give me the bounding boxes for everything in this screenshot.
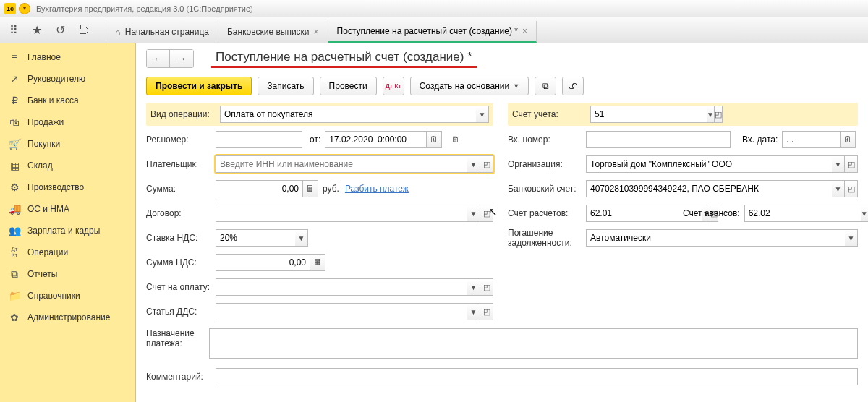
sidebar-item-purchases[interactable]: 🛒Покупки <box>0 133 135 155</box>
advance-account-input[interactable] <box>744 205 861 222</box>
app-menu-dropdown-icon[interactable]: ▾ <box>19 3 30 14</box>
document-title: Поступление на расчетный счет (создание)… <box>211 50 477 68</box>
tab-label: Банковские выписки <box>227 27 310 37</box>
dropdown-button[interactable]: ▼ <box>467 303 480 320</box>
dds-label: Статья ДДС: <box>146 307 216 317</box>
dropdown-button[interactable]: ▼ <box>467 155 480 173</box>
organization-input[interactable] <box>586 155 832 173</box>
sidebar-item-production[interactable]: ⚙Производство <box>0 176 135 198</box>
reg-date-input[interactable] <box>325 131 426 148</box>
currency-label: руб. <box>323 184 339 194</box>
sidebar-item-catalogs[interactable]: 📁Справочники <box>0 285 135 307</box>
post-button[interactable]: Провести <box>320 77 377 95</box>
account-label: Счет учета: <box>512 109 590 119</box>
window-title-bar: 1c ▾ Бухгалтерия предприятия, редакция 3… <box>0 0 868 17</box>
sidebar-item-sales[interactable]: 🛍Продажи <box>0 111 135 133</box>
contract-input[interactable] <box>216 205 467 222</box>
vat-rate-label: Ставка НДС: <box>146 233 216 243</box>
home-icon: ⌂ <box>115 27 121 38</box>
create-based-on-button[interactable]: Создать на основании▼ <box>410 77 529 95</box>
dropdown-button[interactable]: ▼ <box>832 155 845 173</box>
sidebar: ≡Главное ↗Руководителю ₽Банк и касса 🛍Пр… <box>0 43 136 402</box>
sidebar-item-manager[interactable]: ↗Руководителю <box>0 68 135 90</box>
dropdown-button[interactable]: ▼ <box>832 180 845 197</box>
structure-button[interactable]: ⧉ <box>535 77 556 95</box>
dropdown-button[interactable]: ▼ <box>707 106 715 123</box>
history-icon[interactable]: ↺ <box>54 24 67 37</box>
attach-button[interactable]: 🖇 <box>562 77 584 95</box>
dds-input[interactable] <box>216 303 467 320</box>
open-button[interactable]: ◰ <box>480 205 493 222</box>
sidebar-item-warehouse[interactable]: ▦Склад <box>0 155 135 176</box>
sidebar-item-label: Склад <box>27 161 53 171</box>
calendar-icon[interactable]: 🗓 <box>426 131 442 148</box>
open-button[interactable]: ◰ <box>845 155 858 173</box>
sidebar-item-admin[interactable]: ✿Администрирование <box>0 307 135 328</box>
sidebar-item-label: Производство <box>27 182 84 192</box>
sidebar-item-bank[interactable]: ₽Банк и касса <box>0 90 135 111</box>
comment-input[interactable] <box>216 368 858 385</box>
dropdown-button[interactable]: ▼ <box>845 229 858 247</box>
dropdown-button[interactable]: ▼ <box>467 205 480 222</box>
post-and-close-button[interactable]: Провести и закрыть <box>146 77 252 95</box>
top-toolbar: ⠿ ★ ↺ ⮌ ⌂ Начальная страница Банковские … <box>0 17 868 43</box>
dropdown-button[interactable]: ▼ <box>861 205 868 222</box>
back-button[interactable]: ← <box>147 50 170 67</box>
debt-repayment-input[interactable] <box>586 229 845 247</box>
bank-account-input[interactable] <box>586 180 832 197</box>
tab-home[interactable]: ⌂ Начальная страница <box>106 21 218 43</box>
payer-input[interactable] <box>216 155 467 173</box>
open-button[interactable]: ◰ <box>480 278 493 296</box>
sidebar-item-main[interactable]: ≡Главное <box>0 46 135 68</box>
paperclip-icon: 🖇 <box>569 81 577 91</box>
document-content: ← → Поступление на расчетный счет (созда… <box>136 43 868 402</box>
open-button[interactable]: ◰ <box>715 106 723 123</box>
split-payment-link[interactable]: Разбить платеж <box>345 184 409 194</box>
sidebar-item-label: Продажи <box>27 117 64 127</box>
invoice-label: Счет на оплату: <box>146 282 216 292</box>
truck-icon: 🚚 <box>9 203 20 215</box>
payment-purpose-input[interactable] <box>209 328 858 359</box>
close-icon[interactable]: × <box>314 27 319 37</box>
sidebar-item-operations[interactable]: Дт КтОперации <box>0 241 135 263</box>
calculator-icon[interactable]: 🖩 <box>302 180 318 197</box>
operation-type-label: Вид операции: <box>150 109 220 119</box>
invoice-input[interactable] <box>216 278 467 296</box>
menu-icon: ≡ <box>9 51 20 63</box>
account-input[interactable] <box>590 106 707 123</box>
tab-receipt-create[interactable]: Поступление на расчетный счет (создание)… <box>328 21 537 43</box>
sidebar-item-assets[interactable]: 🚚ОС и НМА <box>0 198 135 220</box>
tab-label: Поступление на расчетный счет (создание)… <box>337 26 518 36</box>
open-button[interactable]: ◰ <box>480 155 493 173</box>
vat-rate-input[interactable] <box>216 229 295 247</box>
reg-number-input[interactable] <box>216 131 302 148</box>
dropdown-button[interactable]: ▼ <box>467 278 480 296</box>
open-button[interactable]: ◰ <box>845 180 858 197</box>
bag-icon: 🛍 <box>9 116 20 128</box>
operation-type-input[interactable] <box>220 106 476 123</box>
vat-sum-input[interactable] <box>216 254 310 271</box>
sidebar-item-salary[interactable]: 👥Зарплата и кадры <box>0 220 135 241</box>
forward-button[interactable]: → <box>170 50 193 67</box>
settings-icon: ✿ <box>9 312 20 323</box>
chart-icon: ↗ <box>9 73 20 85</box>
in-number-input[interactable] <box>586 131 731 148</box>
report-icon: ⧉ <box>9 268 20 281</box>
sum-label: Сумма: <box>146 184 216 194</box>
star-icon[interactable]: ★ <box>30 24 43 37</box>
open-button[interactable]: ◰ <box>480 303 493 320</box>
close-icon[interactable]: × <box>522 26 527 36</box>
dropdown-button[interactable]: ▼ <box>295 229 308 247</box>
link-icon[interactable]: ⮌ <box>77 24 90 37</box>
sum-input[interactable] <box>216 180 302 197</box>
sidebar-item-reports[interactable]: ⧉Отчеты <box>0 263 135 285</box>
dropdown-button[interactable]: ▼ <box>476 106 489 123</box>
tab-bank-statements[interactable]: Банковские выписки × <box>218 21 328 43</box>
calculator-icon[interactable]: 🖩 <box>310 254 326 271</box>
calendar-icon[interactable]: 🗓 <box>840 131 856 148</box>
apps-grid-icon[interactable]: ⠿ <box>7 24 20 37</box>
dtkt-button[interactable]: Дт Кт <box>383 77 404 95</box>
doc-status-icon: 🗎 <box>448 131 464 148</box>
in-date-input[interactable] <box>782 131 840 148</box>
save-button[interactable]: Записать <box>258 77 313 95</box>
